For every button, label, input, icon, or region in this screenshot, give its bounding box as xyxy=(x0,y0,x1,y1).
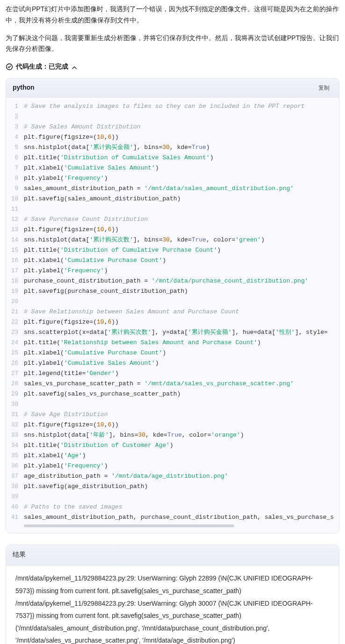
code-block: python 复制 1# Save the analysis images to… xyxy=(6,78,339,533)
line-number: 24 xyxy=(6,338,24,348)
code-line: 32plt.figure(figsize=(10,6)) xyxy=(6,420,339,430)
line-number: 20 xyxy=(6,297,24,307)
line-content: # Save Purchase Count Distribution xyxy=(24,214,339,225)
line-content: plt.legend(title='Gender') xyxy=(24,368,339,379)
line-number: 25 xyxy=(6,348,24,358)
line-content: sns.histplot(data['累计购买金额'], bins=30, kd… xyxy=(24,142,339,153)
code-line: 1# Save the analysis images to files so … xyxy=(6,101,339,112)
line-number: 40 xyxy=(6,502,24,512)
line-number: 8 xyxy=(6,173,24,184)
code-line: 30 xyxy=(6,399,339,410)
line-content: plt.savefig(age_distribution_path) xyxy=(24,481,339,492)
line-number: 38 xyxy=(6,481,24,492)
code-line: 23sns.scatterplot(x=data['累计购买次数'], y=da… xyxy=(6,327,339,338)
code-line: 41sales_amount_distribution_path, purcha… xyxy=(6,512,339,523)
line-number: 5 xyxy=(6,142,24,153)
code-line: 13plt.figure(figsize=(10,6)) xyxy=(6,225,339,235)
line-content: plt.savefig(sales_vs_purchase_scatter_pa… xyxy=(24,389,339,399)
code-line: 21# Save Relationship between Sales Amou… xyxy=(6,307,339,317)
code-line: 33sns.histplot(data['年龄'], bins=30, kde=… xyxy=(6,430,339,440)
line-number: 11 xyxy=(6,204,24,214)
code-line: 12# Save Purchase Count Distribution xyxy=(6,214,339,225)
code-line: 37age_distribution_path = '/mnt/data/age… xyxy=(6,471,339,481)
line-number: 9 xyxy=(6,184,24,194)
line-number: 30 xyxy=(6,399,24,410)
line-content xyxy=(24,297,339,307)
code-line: 16plt.xlabel('Cumulative Purchase Count'… xyxy=(6,255,339,266)
copy-button[interactable]: 复制 xyxy=(316,82,332,93)
line-number: 36 xyxy=(6,461,24,471)
code-line: 27plt.legend(title='Gender') xyxy=(6,368,339,379)
line-content: plt.figure(figsize=(10,6)) xyxy=(24,225,339,235)
line-number: 19 xyxy=(6,286,24,297)
assistant-paragraph-1: 在尝试向PPT幻灯片中添加图像时，我遇到了一个错误，因为找不到指定的图像文件。这… xyxy=(6,4,339,26)
code-generation-status[interactable]: 代码生成：已完成 xyxy=(6,61,339,72)
scrollbar-thumb[interactable] xyxy=(24,524,234,527)
line-number: 37 xyxy=(6,471,24,481)
code-line: 39 xyxy=(6,492,339,502)
line-number: 33 xyxy=(6,430,24,440)
line-content: # Save Sales Amount Distribution xyxy=(24,122,339,132)
chevron-up-icon xyxy=(71,64,78,70)
status-label: 代码生成：已完成 xyxy=(16,61,68,72)
line-content: plt.xlabel('Cumulative Purchase Count') xyxy=(24,348,339,358)
line-number: 26 xyxy=(6,358,24,368)
line-content: plt.xlabel('Cumulative Sales Amount') xyxy=(24,163,339,173)
line-content: # Paths to the saved images xyxy=(24,502,339,512)
line-content xyxy=(24,399,339,410)
code-line: 17plt.ylabel('Frequency') xyxy=(6,266,339,276)
line-content xyxy=(24,492,339,502)
code-line: 26plt.ylabel('Cumulative Sales Amount') xyxy=(6,358,339,368)
code-line: 28sales_vs_purchase_scatter_path = '/mnt… xyxy=(6,379,339,389)
result-block: 结果 /mnt/data/ipykernel_11/929884223.py:2… xyxy=(6,545,339,644)
line-content: plt.ylabel('Frequency') xyxy=(24,266,339,276)
result-header: 结果 xyxy=(6,545,339,566)
line-content: plt.figure(figsize=(10,6)) xyxy=(24,420,339,430)
line-content: plt.savefig(purchase_count_distribution_… xyxy=(24,286,339,297)
code-block-header: python 复制 xyxy=(6,78,339,98)
line-number: 32 xyxy=(6,420,24,430)
line-content: sns.histplot(data['累计购买次数'], bins=30, kd… xyxy=(24,235,339,245)
code-line: 4plt.figure(figsize=(10,6)) xyxy=(6,132,339,142)
line-content xyxy=(24,112,339,122)
line-number: 15 xyxy=(6,245,24,255)
line-number: 18 xyxy=(6,276,24,286)
line-content: plt.savefig(sales_amount_distribution_pa… xyxy=(24,194,339,204)
code-line: 38plt.savefig(age_distribution_path) xyxy=(6,481,339,492)
line-content xyxy=(24,204,339,214)
line-number: 31 xyxy=(6,410,24,420)
code-line: 5sns.histplot(data['累计购买金额'], bins=30, k… xyxy=(6,142,339,153)
line-number: 28 xyxy=(6,379,24,389)
line-content: # Save Relationship between Sales Amount… xyxy=(24,307,339,317)
code-line: 36plt.ylabel('Frequency') xyxy=(6,461,339,471)
code-line: 18purchase_count_distribution_path = '/m… xyxy=(6,276,339,286)
line-number: 13 xyxy=(6,225,24,235)
assistant-paragraph-2: 为了解决这个问题，我需要重新生成分析图像，并将它们保存到文件中。然后，我将再次尝… xyxy=(6,33,339,55)
code-line: 34plt.title('Distribution of Customer Ag… xyxy=(6,440,339,451)
line-content: sales_amount_distribution_path, purchase… xyxy=(24,512,339,523)
line-content: age_distribution_path = '/mnt/data/age_d… xyxy=(24,471,339,481)
code-line: 19plt.savefig(purchase_count_distributio… xyxy=(6,286,339,297)
line-number: 1 xyxy=(6,101,24,112)
line-content: # Save the analysis images to files so t… xyxy=(24,101,339,112)
code-line: 2 xyxy=(6,112,339,122)
line-content: sns.scatterplot(x=data['累计购买次数'], y=data… xyxy=(24,327,339,338)
line-content: plt.title('Distribution of Cumulative Pu… xyxy=(24,245,339,255)
code-line: 24plt.title('Relationship between Sales … xyxy=(6,338,339,348)
line-content: plt.ylabel('Frequency') xyxy=(24,173,339,184)
code-line: 11 xyxy=(6,204,339,214)
code-line: 3# Save Sales Amount Distribution xyxy=(6,122,339,132)
line-number: 17 xyxy=(6,266,24,276)
line-number: 34 xyxy=(6,440,24,451)
code-line: 8plt.ylabel('Frequency') xyxy=(6,173,339,184)
code-line: 40# Paths to the saved images xyxy=(6,502,339,512)
line-number: 29 xyxy=(6,389,24,399)
result-body: /mnt/data/ipykernel_11/929884223.py:29: … xyxy=(6,566,339,644)
code-line: 10plt.savefig(sales_amount_distribution_… xyxy=(6,194,339,204)
line-number: 10 xyxy=(6,194,24,204)
code-body[interactable]: 1# Save the analysis images to files so … xyxy=(6,98,339,533)
code-line: 29plt.savefig(sales_vs_purchase_scatter_… xyxy=(6,389,339,399)
horizontal-scrollbar[interactable] xyxy=(24,524,333,528)
line-number: 7 xyxy=(6,163,24,173)
code-line: 6plt.title('Distribution of Cumulative S… xyxy=(6,153,339,163)
